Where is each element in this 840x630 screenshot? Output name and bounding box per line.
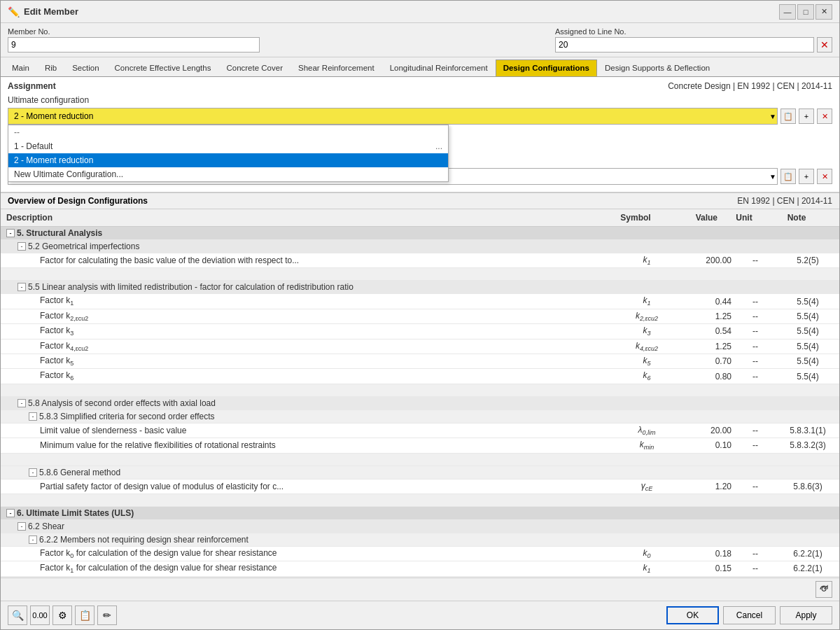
row-note bbox=[776, 232, 839, 234]
table-row[interactable]: - 5.5 Linear analysis with limited redis… bbox=[1, 281, 839, 294]
row-desc: Factor k2,εcu2 bbox=[1, 309, 615, 323]
table-row[interactable]: Factor k4,εcu2 k4,εcu2 1.25 -- 5.5(4) bbox=[1, 340, 839, 354]
copy-serviceability-button[interactable]: 📋 bbox=[780, 169, 796, 184]
table-body[interactable]: - 5. Structural Analysis - bbox=[1, 227, 839, 578]
row-desc: - 5.8.3 Simplified criteria for second o… bbox=[1, 410, 615, 423]
menu-item-moment-reduction[interactable]: 2 - Moment reduction bbox=[8, 153, 448, 167]
edit-button[interactable]: ✏ bbox=[97, 606, 117, 625]
menu-item-default[interactable]: 1 - Default ... bbox=[8, 139, 448, 153]
table-row[interactable]: Factor k6 k6 0.80 -- 5.5(4) bbox=[1, 369, 839, 384]
table-row[interactable]: - 5. Structural Analysis bbox=[1, 227, 839, 240]
table-row[interactable]: Minimum value for the relative flexibili… bbox=[1, 438, 839, 453]
row-symbol bbox=[615, 286, 678, 288]
row-unit: -- bbox=[734, 547, 776, 560]
assignment-header: Assignment Concrete Design | EN 1992 | C… bbox=[8, 81, 832, 91]
ultimate-config-selected: 2 - Moment reduction bbox=[14, 111, 93, 121]
delete-assignment-button[interactable]: ✕ bbox=[817, 37, 832, 52]
minimize-button[interactable]: — bbox=[779, 4, 796, 20]
cancel-button[interactable]: Cancel bbox=[723, 606, 776, 624]
row-symbol bbox=[615, 245, 678, 248]
expand-icon[interactable]: - bbox=[29, 536, 37, 544]
tab-longitudinal-reinforcement[interactable]: Longitudinal Reinforcement bbox=[382, 59, 496, 76]
row-symbol: k4,εcu2 bbox=[615, 340, 678, 354]
value-button[interactable]: 0.00 bbox=[30, 606, 50, 625]
expand-icon[interactable]: - bbox=[6, 509, 15, 517]
expand-icon[interactable]: - bbox=[29, 412, 37, 421]
settings-button[interactable]: ⚙ bbox=[52, 606, 72, 625]
table-row[interactable]: Factor k1 k1 0.44 -- 5.5(4) bbox=[1, 294, 839, 309]
row-symbol bbox=[615, 512, 678, 514]
table-header: Description Symbol Value Unit Note bbox=[1, 209, 839, 227]
delete-ultimate-button[interactable]: ✕ bbox=[817, 108, 832, 124]
row-symbol bbox=[615, 538, 678, 541]
copy-button[interactable]: 📋 bbox=[75, 606, 94, 625]
row-symbol: kmin bbox=[615, 438, 678, 452]
member-no-input[interactable] bbox=[8, 37, 260, 52]
expand-icon[interactable]: - bbox=[18, 399, 26, 407]
row-note: 6.2.2(1) bbox=[776, 562, 839, 575]
expand-icon[interactable]: - bbox=[18, 283, 26, 291]
bottom-toolbar: 🔍 0.00 ⚙ 📋 ✏ OK Cancel Apply bbox=[1, 601, 839, 629]
tab-rib[interactable]: Rib bbox=[37, 59, 64, 76]
assigned-line-input[interactable] bbox=[555, 37, 814, 52]
table-row[interactable]: Partial safety factor of design value of… bbox=[1, 479, 839, 494]
row-value: 0.10 bbox=[678, 439, 734, 451]
table-row[interactable]: - 5.8.6 General method bbox=[1, 466, 839, 479]
bottom-icon-group: 🔍 0.00 ⚙ 📋 ✏ bbox=[8, 606, 666, 625]
table-row[interactable]: - 6.2 Shear bbox=[1, 520, 839, 533]
row-note: 5.2(5) bbox=[776, 254, 839, 267]
row-unit: -- bbox=[734, 424, 776, 437]
row-symbol: k2,εcu2 bbox=[615, 309, 678, 323]
table-row[interactable]: Limit value of slenderness - basic value… bbox=[1, 424, 839, 438]
table-row[interactable]: - 6. Ultimate Limit States (ULS) bbox=[1, 507, 839, 520]
table-row[interactable]: - 5.8.3 Simplified criteria for second o… bbox=[1, 410, 839, 424]
ultimate-config-dropdown[interactable]: 2 - Moment reduction bbox=[8, 108, 778, 125]
delete-serviceability-button[interactable]: ✕ bbox=[817, 169, 832, 184]
ultimate-config-dropdown-row: 2 - Moment reduction ▼ -- 1 - Default ..… bbox=[8, 108, 832, 125]
overview-table: Description Symbol Value Unit Note - 5 bbox=[1, 209, 839, 601]
table-row[interactable]: - 6.2.2 Members not requiring design she… bbox=[1, 533, 839, 547]
row-symbol: k1 bbox=[615, 294, 678, 308]
close-button[interactable]: ✕ bbox=[816, 4, 832, 20]
expand-icon[interactable]: - bbox=[18, 242, 26, 251]
apply-button[interactable]: Apply bbox=[780, 606, 832, 624]
table-row[interactable]: Factor k3 k3 0.54 -- 5.5(4) bbox=[1, 324, 839, 339]
add-ultimate-button[interactable]: + bbox=[799, 108, 814, 124]
table-row[interactable]: - 5.8 Analysis of second order effects w… bbox=[1, 397, 839, 410]
ok-button[interactable]: OK bbox=[666, 606, 719, 624]
table-row[interactable]: Factor for calculating the basic value o… bbox=[1, 253, 839, 268]
title-bar-controls: — □ ✕ bbox=[779, 4, 832, 20]
tab-design-configurations[interactable]: Design Configurations bbox=[496, 59, 597, 76]
search-button[interactable]: 🔍 bbox=[8, 606, 27, 625]
menu-item-empty[interactable]: -- bbox=[8, 125, 448, 139]
dialog-buttons: OK Cancel Apply bbox=[666, 606, 832, 624]
header-description: Description bbox=[1, 211, 604, 224]
tab-design-supports-deflection[interactable]: Design Supports & Deflection bbox=[597, 59, 718, 76]
tab-shear-reinforcement[interactable]: Shear Reinforcement bbox=[290, 59, 382, 76]
tab-section[interactable]: Section bbox=[64, 59, 106, 76]
copy-ultimate-button[interactable]: 📋 bbox=[780, 108, 796, 124]
row-unit bbox=[734, 402, 776, 405]
row-note: 5.5(4) bbox=[776, 355, 839, 368]
menu-item-new-config[interactable]: New Ultimate Configuration... bbox=[8, 167, 448, 181]
expand-icon[interactable]: - bbox=[18, 522, 26, 531]
tab-concrete-effective-lengths[interactable]: Concrete Effective Lengths bbox=[107, 59, 219, 76]
menu-item-default-label: 1 - Default bbox=[14, 141, 52, 151]
table-row[interactable]: Factor k2,εcu2 k2,εcu2 1.25 -- 5.5(4) bbox=[1, 309, 839, 324]
header-scroll bbox=[828, 211, 839, 224]
table-row[interactable]: Factor k1 for calculation of the design … bbox=[1, 561, 839, 576]
content-area: Assignment Concrete Design | EN 1992 | C… bbox=[1, 77, 839, 601]
refresh-button[interactable] bbox=[816, 581, 832, 598]
table-row[interactable]: Factor k5 k5 0.70 -- 5.5(4) bbox=[1, 354, 839, 369]
tab-concrete-cover[interactable]: Concrete Cover bbox=[218, 59, 290, 76]
maximize-button[interactable]: □ bbox=[797, 4, 814, 20]
table-row[interactable]: Factor k0 for calculation of the design … bbox=[1, 547, 839, 561]
expand-icon[interactable]: - bbox=[29, 468, 37, 477]
table-row-spacer bbox=[1, 384, 839, 397]
expand-icon[interactable]: - bbox=[6, 229, 15, 237]
add-serviceability-button[interactable]: + bbox=[799, 169, 814, 184]
row-symbol: k1 bbox=[615, 561, 678, 575]
table-row[interactable]: - 5.2 Geometrical imperfections bbox=[1, 240, 839, 253]
row-value: 0.15 bbox=[678, 562, 734, 575]
tab-main[interactable]: Main bbox=[4, 59, 37, 76]
